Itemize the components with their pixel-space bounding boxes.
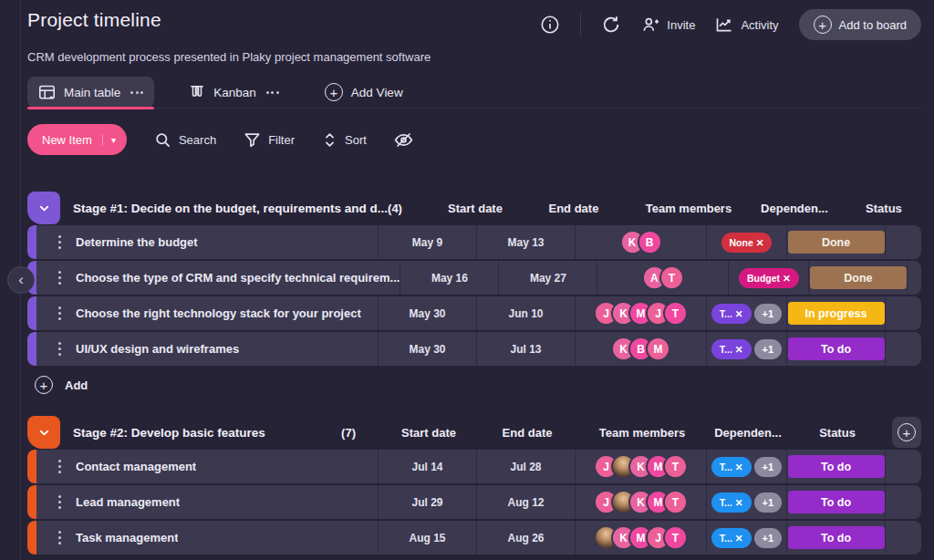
dependency-overflow-badge[interactable]: +1 [754,304,783,324]
add-column-button[interactable]: + [892,417,921,448]
add-item-button[interactable]: + Add [27,372,921,398]
status-cell[interactable]: To do [786,521,885,555]
team-members-cell[interactable]: J K M T [575,450,706,483]
end-date-cell[interactable]: Jul 13 [476,332,575,366]
kebab-menu-icon[interactable] [58,312,61,315]
group-title[interactable]: Stage #1: Decide on the budget, requirem… [73,202,388,215]
dependency-badge[interactable]: T... ✕ [711,493,752,513]
column-header-dependencies[interactable]: Dependen... [708,426,788,440]
status-cell[interactable]: To do [786,450,885,483]
team-members-cell[interactable]: K M J T [575,521,706,555]
column-header-end-date[interactable]: End date [524,202,623,215]
table-row[interactable]: Lead management Jul 29 Aug 12 J K M T T.… [27,485,921,519]
group-title[interactable]: Stage #2: Develop basic features [73,426,265,440]
status-badge[interactable]: To do [788,337,885,360]
status-cell[interactable]: Done [786,225,885,259]
add-view-button[interactable]: + Add View [314,77,414,108]
team-members-cell[interactable]: K B M [575,332,706,366]
dependency-overflow-badge[interactable]: +1 [754,339,783,359]
sort-button[interactable]: Sort [322,131,367,149]
team-members-cell[interactable]: J K M T [575,485,706,519]
kebab-menu-icon[interactable] [58,465,61,468]
kebab-menu-icon[interactable] [58,241,61,244]
status-cell[interactable]: To do [786,485,885,519]
status-badge[interactable]: Done [810,266,907,289]
tab-main-table[interactable]: Main table [27,77,154,108]
dependency-cell[interactable]: T... ✕ +1 [706,332,786,366]
end-date-cell[interactable]: Aug 26 [476,521,575,555]
task-name-cell[interactable]: UI/UX design and wireframes [36,332,378,366]
invite-button[interactable]: Invite [641,16,695,34]
dependency-cell[interactable]: T... ✕ +1 [706,450,786,483]
column-header-end-date[interactable]: End date [478,426,576,440]
column-header-team-members[interactable]: Team members [576,426,708,440]
end-date-cell[interactable]: Jul 28 [476,450,575,483]
kebab-menu-icon[interactable] [58,501,61,503]
status-badge[interactable]: In progress [788,302,885,325]
search-button[interactable]: Search [154,131,216,149]
column-header-status[interactable]: Status [788,426,887,440]
end-date-cell[interactable]: Jun 10 [476,296,575,330]
new-item-button[interactable]: New Item ▾ [27,124,127,155]
start-date-cell[interactable]: Jul 14 [378,450,476,483]
tab-kanban[interactable]: Kanban [178,77,290,108]
task-name-cell[interactable]: Choose the type of CRM and specify techn… [36,261,400,295]
task-name-cell[interactable]: Contact management [36,450,378,483]
collapse-group-button[interactable] [27,192,60,224]
activity-button[interactable]: Activity [715,16,778,34]
chevron-down-icon[interactable]: ▾ [102,135,116,145]
info-icon[interactable] [540,15,560,35]
add-to-board-button[interactable]: + Add to board [799,9,921,40]
start-date-cell[interactable]: Aug 15 [378,521,476,555]
dependency-overflow-badge[interactable]: +1 [754,493,783,513]
dependency-overflow-badge[interactable]: +1 [754,528,783,548]
status-badge[interactable]: To do [788,491,885,513]
task-name-cell[interactable]: Lead management [36,485,378,519]
status-cell[interactable]: To do [786,332,885,366]
start-date-cell[interactable]: Jul 29 [378,485,476,519]
tab-menu-icon[interactable] [130,91,143,94]
status-cell[interactable]: In progress [786,296,885,330]
column-header-dependencies[interactable]: Dependen... [754,202,835,215]
table-row[interactable]: Determine the budget May 9 May 13 K B No… [27,225,921,259]
filter-button[interactable]: Filter [244,131,295,149]
kebab-menu-icon[interactable] [58,536,61,539]
kebab-menu-icon[interactable] [58,276,61,279]
start-date-cell[interactable]: May 30 [378,296,476,330]
dependency-cell[interactable]: T... ✕ +1 [706,521,786,555]
start-date-cell[interactable]: May 30 [378,332,476,366]
dependency-badge[interactable]: T... ✕ [711,304,752,324]
dependency-cell[interactable]: T... ✕ +1 [706,485,786,519]
table-row[interactable]: Choose the type of CRM and specify techn… [27,261,921,295]
collapse-sidebar-button[interactable]: ‹ [7,266,35,294]
collapse-group-button[interactable] [27,416,60,449]
team-members-cell[interactable]: J K M J T [575,296,706,330]
team-members-cell[interactable]: K B [575,225,706,259]
column-header-team-members[interactable]: Team members [623,202,754,215]
table-row[interactable]: Contact management Jul 14 Jul 28 J K M T… [27,450,921,483]
kebab-menu-icon[interactable] [58,347,61,350]
status-badge[interactable]: To do [788,455,885,478]
task-name-cell[interactable]: Determine the budget [36,225,378,259]
table-row[interactable]: Choose the right technology stack for yo… [27,296,921,330]
status-badge[interactable]: To do [788,526,885,549]
sync-icon[interactable] [601,15,621,35]
hide-columns-button[interactable] [394,130,413,150]
column-header-status[interactable]: Status [835,202,933,215]
tab-menu-icon[interactable] [266,91,279,94]
team-members-cell[interactable]: A T [597,261,728,295]
dependency-cell[interactable]: Budget ✕ [728,261,808,295]
dependency-cell[interactable]: T... ✕ +1 [706,296,786,330]
end-date-cell[interactable]: May 27 [498,261,597,295]
end-date-cell[interactable]: Aug 12 [476,485,575,519]
column-header-start-date[interactable]: Start date [379,426,478,440]
dependency-badge[interactable]: None ✕ [721,233,773,253]
task-name-cell[interactable]: Task management [36,521,378,555]
status-cell[interactable]: Done [808,261,907,295]
dependency-overflow-badge[interactable]: +1 [754,457,783,477]
table-row[interactable]: UI/UX design and wireframes May 30 Jul 1… [27,332,921,366]
dependency-badge[interactable]: Budget ✕ [739,268,799,288]
dependency-badge[interactable]: T... ✕ [711,339,752,359]
table-row[interactable]: Task management Aug 15 Aug 26 K M J T T.… [27,521,921,555]
column-header-start-date[interactable]: Start date [426,202,524,215]
